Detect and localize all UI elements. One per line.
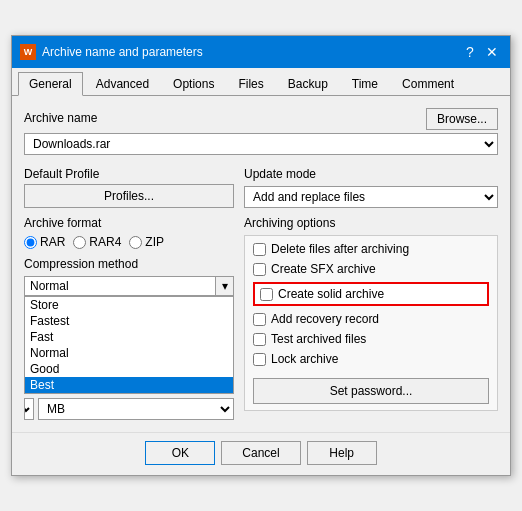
archive-name-label: Archive name (24, 111, 97, 125)
compression-section: Compression method Normal ▾ Store Fastes… (24, 257, 234, 420)
compression-item-fast[interactable]: Fast (25, 329, 233, 345)
checkbox-create-sfx[interactable]: Create SFX archive (253, 262, 489, 276)
checkbox-test-files[interactable]: Test archived files (253, 332, 489, 346)
solid-archive-row: Create solid archive (253, 282, 489, 306)
archiving-options-label: Archiving options (244, 216, 498, 230)
compression-item-store[interactable]: Store (25, 297, 233, 313)
compression-current: Normal (25, 277, 215, 295)
main-content: Default Profile Profiles... Archive form… (24, 163, 498, 420)
update-mode-select[interactable]: Add and replace files (244, 186, 498, 208)
compression-item-fastest[interactable]: Fastest (25, 313, 233, 329)
title-bar: W Archive name and parameters ? ✕ (12, 36, 510, 68)
dialog: W Archive name and parameters ? ✕ Genera… (11, 35, 511, 476)
tab-time[interactable]: Time (341, 72, 389, 95)
right-column: Update mode Add and replace files Archiv… (244, 167, 498, 420)
tab-advanced[interactable]: Advanced (85, 72, 160, 95)
compression-list: Store Fastest Fast Normal Good Best (24, 296, 234, 394)
title-bar-left: W Archive name and parameters (20, 44, 203, 60)
radio-zip[interactable]: ZIP (129, 235, 164, 249)
archiving-inner: Delete files after archiving Create SFX … (244, 235, 498, 411)
help-title-button[interactable]: ? (460, 42, 480, 62)
update-mode-label: Update mode (244, 167, 498, 181)
checkbox-delete-files[interactable]: Delete files after archiving (253, 242, 489, 256)
close-title-button[interactable]: ✕ (482, 42, 502, 62)
radio-rar[interactable]: RAR (24, 235, 65, 249)
left-column: Default Profile Profiles... Archive form… (24, 167, 234, 420)
checkbox-recovery-record[interactable]: Add recovery record (253, 312, 489, 326)
compression-item-best[interactable]: Best (25, 377, 233, 393)
title-buttons: ? ✕ (460, 42, 502, 62)
update-mode-section: Update mode Add and replace files (244, 167, 498, 208)
archiving-section: Archiving options Delete files after arc… (244, 216, 498, 411)
compression-item-normal[interactable]: Normal (25, 345, 233, 361)
dialog-title: Archive name and parameters (42, 45, 203, 59)
browse-button[interactable]: Browse... (426, 108, 498, 130)
checkbox-lock-archive[interactable]: Lock archive (253, 352, 489, 366)
content: Archive name Browse... Downloads.rar Def… (12, 96, 510, 432)
compression-item-good[interactable]: Good (25, 361, 233, 377)
help-button[interactable]: Help (307, 441, 377, 465)
archive-format-group: RAR RAR4 ZIP (24, 235, 234, 249)
archive-name-input[interactable]: Downloads.rar (24, 133, 498, 155)
compression-label: Compression method (24, 257, 234, 271)
tab-comment[interactable]: Comment (391, 72, 465, 95)
dict-unit-select[interactable]: MB (38, 398, 234, 420)
dict-row: 4096 MB (24, 398, 234, 420)
tab-options[interactable]: Options (162, 72, 225, 95)
default-profile-label: Default Profile (24, 167, 234, 181)
set-password-button[interactable]: Set password... (253, 378, 489, 404)
tab-general[interactable]: General (18, 72, 83, 96)
cancel-button[interactable]: Cancel (221, 441, 300, 465)
tab-files[interactable]: Files (227, 72, 274, 95)
archive-format-label: Archive format (24, 216, 234, 230)
ok-button[interactable]: OK (145, 441, 215, 465)
footer-buttons: OK Cancel Help (12, 432, 510, 475)
tab-backup[interactable]: Backup (277, 72, 339, 95)
compression-dropdown-arrow[interactable]: ▾ (215, 277, 233, 295)
dict-size-select[interactable]: 4096 (24, 398, 34, 420)
tabs: General Advanced Options Files Backup Ti… (12, 68, 510, 96)
app-icon: W (20, 44, 36, 60)
checkbox-solid-archive[interactable] (260, 288, 273, 301)
radio-rar4[interactable]: RAR4 (73, 235, 121, 249)
profiles-button[interactable]: Profiles... (24, 184, 234, 208)
